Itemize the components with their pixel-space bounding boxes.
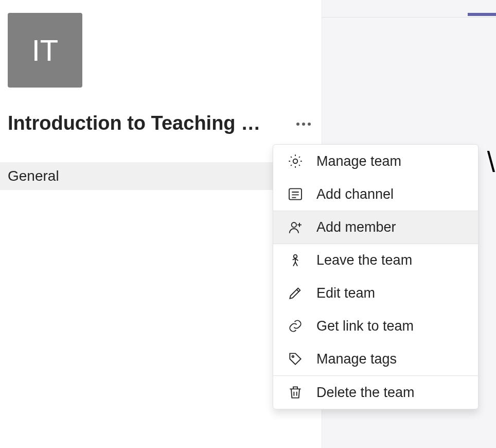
menu-item-add-channel[interactable]: Add channel — [273, 178, 478, 211]
menu-item-delete-team[interactable]: Delete the team — [273, 376, 478, 409]
menu-label: Delete the team — [316, 385, 415, 401]
svg-point-0 — [296, 123, 299, 126]
leave-icon — [287, 252, 304, 269]
menu-item-get-link[interactable]: Get link to team — [273, 309, 478, 342]
trash-icon — [287, 384, 304, 401]
menu-item-edit-team[interactable]: Edit team — [273, 277, 478, 309]
add-channel-icon — [287, 185, 304, 203]
menu-item-manage-team[interactable]: Manage team — [273, 145, 478, 178]
pencil-icon — [287, 284, 304, 302]
more-horizontal-icon — [296, 119, 311, 128]
add-member-icon — [287, 219, 304, 236]
svg-line-12 — [297, 289, 299, 291]
svg-point-8 — [292, 222, 296, 227]
svg-point-3 — [293, 159, 298, 164]
gear-icon — [287, 152, 304, 170]
menu-label: Manage team — [316, 153, 401, 169]
link-icon — [287, 317, 304, 335]
svg-point-13 — [292, 356, 294, 357]
svg-point-1 — [302, 123, 305, 126]
channel-label: General — [8, 168, 59, 184]
menu-label: Leave the team — [316, 252, 412, 268]
menu-item-leave-team[interactable]: Leave the team — [273, 244, 478, 277]
menu-label: Add channel — [316, 186, 394, 202]
team-avatar[interactable]: IT — [8, 13, 82, 88]
menu-label: Manage tags — [316, 351, 397, 367]
partial-text: \ — [487, 145, 495, 178]
tag-icon — [287, 350, 304, 368]
team-context-menu: Manage team Add channel Add member Leave… — [273, 144, 479, 409]
team-header-row: Introduction to Teaching On… — [8, 112, 314, 134]
menu-label: Get link to team — [316, 318, 414, 334]
team-title: Introduction to Teaching On… — [8, 112, 275, 134]
menu-label: Add member — [316, 219, 396, 235]
team-avatar-initials: IT — [32, 33, 59, 67]
menu-item-add-member[interactable]: Add member — [273, 211, 478, 244]
svg-point-11 — [294, 254, 297, 258]
team-more-options-button[interactable] — [293, 113, 314, 134]
active-tab-indicator — [468, 13, 496, 16]
svg-point-2 — [308, 123, 311, 126]
menu-item-manage-tags[interactable]: Manage tags — [273, 342, 478, 375]
menu-label: Edit team — [316, 285, 375, 301]
panel-top-separator — [322, 17, 496, 18]
